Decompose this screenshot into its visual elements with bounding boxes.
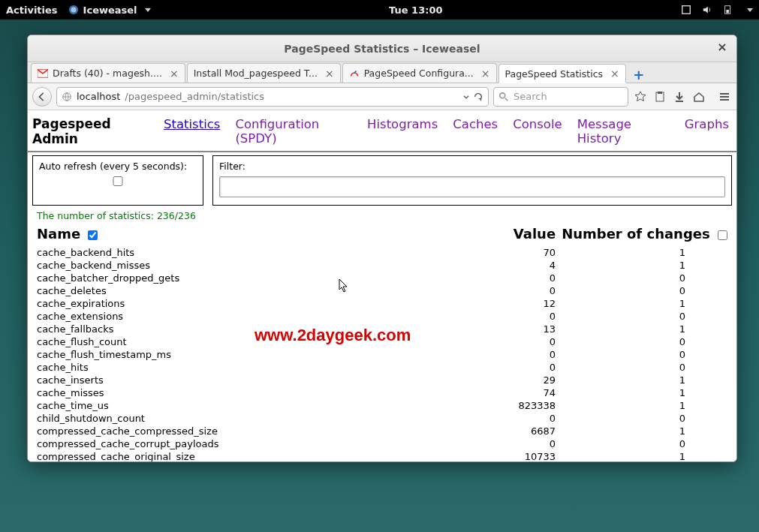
stat-value: 0 (461, 310, 559, 323)
svg-rect-9 (658, 92, 662, 94)
table-row: cache_batcher_dropped_gets00 (34, 272, 730, 284)
auto-refresh-checkbox[interactable] (39, 176, 197, 186)
nav-graphs[interactable]: Graphs (685, 117, 729, 131)
pagespeed-icon (349, 68, 360, 79)
back-button[interactable] (32, 87, 52, 107)
reload-icon[interactable] (473, 92, 483, 102)
svg-rect-2 (682, 6, 691, 14)
tab-label: Install Mod_pagespeed T... (194, 68, 318, 79)
search-icon (498, 92, 509, 102)
col-name[interactable]: Name (34, 223, 461, 246)
stat-value: 0 (461, 284, 559, 297)
search-placeholder: Search (514, 91, 547, 102)
activities-button[interactable]: Activities (6, 5, 58, 16)
nav-histograms[interactable]: Histograms (367, 117, 438, 131)
stat-name: child_shutdown_count (34, 412, 461, 425)
col-value[interactable]: Value (461, 223, 559, 246)
stat-changes: 0 (559, 310, 730, 323)
nav-configuration[interactable]: Configuration (SPDY) (235, 117, 352, 146)
stat-value: 823338 (461, 399, 559, 412)
stat-changes: 1 (559, 297, 730, 310)
col-changes[interactable]: Number of changes (559, 223, 730, 246)
tab-pagespeed-config[interactable]: PageSpeed Configura... × (342, 63, 497, 83)
table-row: cache_deletes00 (34, 284, 730, 297)
stat-value: 0 (461, 348, 559, 361)
table-row: cache_fallbacks131 (34, 323, 730, 335)
stat-changes: 1 (559, 246, 730, 259)
tab-close-icon[interactable]: × (481, 68, 490, 80)
stat-value: 13 (461, 323, 559, 335)
tab-label: PageSpeed Statistics (505, 68, 604, 80)
tab-drafts[interactable]: Drafts (40) - magesh.... × (31, 63, 185, 83)
stat-name: cache_fallbacks (34, 323, 461, 335)
stat-name: cache_inserts (34, 374, 461, 386)
svg-point-1 (71, 8, 76, 13)
table-row: cache_backend_misses41 (34, 259, 730, 272)
stat-changes: 0 (559, 348, 730, 361)
stat-changes: 1 (559, 386, 730, 399)
window-close-button[interactable]: × (715, 41, 729, 55)
stat-name: cache_expirations (34, 297, 461, 310)
tab-close-icon[interactable]: × (325, 68, 334, 80)
stat-value: 0 (461, 361, 559, 374)
battery-icon[interactable] (723, 5, 733, 15)
table-row: cache_backend_hits701 (34, 246, 730, 259)
dropdown-icon[interactable] (462, 93, 470, 101)
nav-console[interactable]: Console (513, 117, 562, 131)
tab-close-icon[interactable]: × (170, 68, 179, 80)
stat-name: cache_hits (34, 361, 461, 374)
stat-name: cache_deletes (34, 284, 461, 297)
stat-name: compressed_cache_compressed_size (34, 425, 461, 437)
url-host: localhost (77, 91, 120, 102)
search-bar[interactable]: Search (493, 87, 628, 107)
chevron-down-icon (145, 8, 151, 12)
stat-value: 0 (461, 437, 559, 450)
clipboard-icon[interactable] (652, 89, 667, 104)
stat-name: cache_extensions (34, 310, 461, 323)
stat-changes: 1 (559, 259, 730, 272)
stat-changes: 0 (559, 412, 730, 425)
table-row: cache_expirations121 (34, 297, 730, 310)
table-row: cache_flush_timestamp_ms00 (34, 348, 730, 361)
tab-pagespeed-stats[interactable]: PageSpeed Statistics × (498, 64, 626, 83)
new-tab-button[interactable]: + (631, 66, 647, 83)
tab-close-icon[interactable]: × (610, 68, 619, 80)
volume-icon[interactable] (702, 5, 712, 15)
col-value-label: Value (514, 226, 556, 242)
stat-changes: 1 (559, 425, 730, 437)
stat-changes: 0 (559, 437, 730, 450)
download-icon[interactable] (672, 89, 687, 104)
stat-changes: 1 (559, 450, 730, 461)
bookmark-star-icon[interactable] (633, 89, 648, 104)
pagespeed-nav: Pagespeed Admin Statistics Configuration… (28, 110, 736, 152)
stat-value: 10733 (461, 450, 559, 461)
stat-name: cache_misses (34, 386, 461, 399)
home-icon[interactable] (691, 89, 706, 104)
tab-install-mod[interactable]: Install Mod_pagespeed T... × (187, 63, 341, 83)
filter-input[interactable] (219, 176, 725, 197)
stat-value: 0 (461, 335, 559, 348)
nav-statistics[interactable]: Statistics (164, 117, 220, 131)
table-row: cache_inserts291 (34, 374, 730, 386)
stats-table-wrap: Name Value Number of changes cache_backe… (28, 223, 736, 461)
stat-value: 70 (461, 246, 559, 259)
stat-value: 6687 (461, 425, 559, 437)
stat-name: cache_flush_timestamp_ms (34, 348, 461, 361)
col-name-checkbox[interactable] (88, 230, 98, 240)
url-bar[interactable]: localhost/pagespeed_admin/statistics (56, 87, 489, 107)
tab-label: PageSpeed Configura... (364, 68, 474, 79)
app-menu-label: Iceweasel (83, 5, 137, 16)
clock[interactable]: Tue 13:00 (151, 5, 681, 16)
stat-changes: 0 (559, 272, 730, 284)
table-row: cache_time_us8233381 (34, 399, 730, 412)
gnome-top-bar: Activities Iceweasel Tue 13:00 (0, 0, 759, 20)
stat-changes: 1 (559, 399, 730, 412)
system-menu-chevron-icon[interactable] (747, 8, 753, 12)
col-changes-checkbox[interactable] (718, 230, 727, 240)
nav-caches[interactable]: Caches (453, 117, 498, 131)
app-menu[interactable]: Iceweasel (68, 5, 151, 16)
nav-message-history[interactable]: Message History (577, 117, 670, 146)
stat-value: 74 (461, 386, 559, 399)
a11y-icon[interactable] (681, 5, 691, 15)
menu-icon[interactable] (717, 89, 732, 104)
